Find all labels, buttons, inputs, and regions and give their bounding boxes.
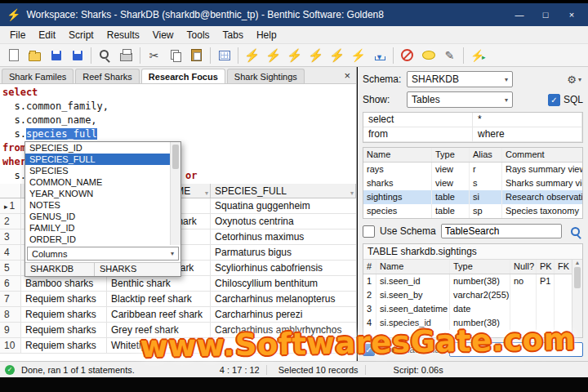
column-header-null-[interactable]: Null? <box>510 260 537 274</box>
cut-button[interactable] <box>144 46 164 65</box>
scroll-thumb[interactable] <box>172 145 179 169</box>
column-row[interactable]: 3si.seen_datetimedate <box>363 302 572 316</box>
paste-button[interactable] <box>186 46 207 65</box>
menu-tabs[interactable]: Tabs <box>216 27 250 43</box>
autocomplete-list: SPECIES_IDSPECIES_FULLSPECIESCOMMON_NAME… <box>25 142 180 245</box>
data-grid-button[interactable] <box>214 46 234 65</box>
tab-shark-sightings[interactable]: Shark Sightings <box>227 69 305 83</box>
autocomplete-category-select[interactable]: Columns ▾ <box>27 247 179 261</box>
run-all-button[interactable] <box>284 46 305 65</box>
run-external-button[interactable] <box>467 46 488 65</box>
schema-select[interactable]: SHARKDB ▾ <box>407 71 513 87</box>
new-script-button[interactable] <box>3 46 24 65</box>
tab-reef-sharks[interactable]: Reef Sharks <box>75 69 140 83</box>
schema-label: Schema: <box>363 74 402 85</box>
table-list-row[interactable]: raysviewrRays summary view <box>363 163 582 176</box>
table-row[interactable]: 6Bamboo sharksBenthic sharkChiloscyllium… <box>0 276 356 292</box>
autocomplete-item[interactable]: SPECIES_FULL <box>25 154 171 165</box>
column-header--[interactable]: # <box>363 260 376 274</box>
run-from-cursor-button[interactable] <box>305 46 326 65</box>
tab-shark-familes[interactable]: Shark Familes <box>2 69 74 83</box>
query-cell[interactable]: select <box>363 113 473 127</box>
menu-tools[interactable]: Tools <box>180 27 216 43</box>
query-cell[interactable]: * <box>473 113 582 127</box>
menu-help[interactable]: Help <box>250 27 283 43</box>
toolbar-divider <box>91 47 91 64</box>
show-select[interactable]: Tables ▾ <box>407 91 513 108</box>
print-button[interactable] <box>116 46 136 65</box>
table-list-row[interactable]: sightingstablesiResearch observation <box>363 190 582 204</box>
save-all-button[interactable] <box>67 46 87 65</box>
minimize-button[interactable]: — <box>506 6 532 24</box>
autocomplete-item[interactable]: SPECIES_ID <box>25 142 171 154</box>
table-list-row[interactable]: sharksviewsSharks summary view <box>363 176 582 190</box>
maximize-button[interactable]: □ <box>532 6 559 24</box>
schema-select-value: SHARKDB <box>412 74 459 85</box>
menu-file[interactable]: File <box>3 27 32 43</box>
table-cell <box>555 288 572 302</box>
find-button[interactable] <box>95 46 115 65</box>
table-cell: Research observation <box>502 190 582 204</box>
table-row[interactable]: 8Requiem sharksCaribbean reef sharkCarch… <box>0 307 356 323</box>
column-header-fk[interactable]: FK <box>555 260 572 274</box>
query-cell[interactable]: from <box>363 127 473 142</box>
column-header-comment[interactable]: Comment <box>502 148 582 162</box>
highlight-button[interactable] <box>418 46 439 65</box>
table-cell: Blacktip reef shark <box>107 292 211 306</box>
save-button[interactable] <box>46 46 66 65</box>
table-search-input[interactable] <box>441 224 562 238</box>
run-statement-button[interactable] <box>242 46 262 65</box>
tab-research-focus[interactable]: Research Focus <box>141 69 225 83</box>
cancel-query-button[interactable] <box>397 46 417 65</box>
open-button[interactable] <box>24 46 45 65</box>
query-cell[interactable]: where <box>473 127 582 142</box>
autocomplete-item[interactable]: GENUS_ID <box>25 211 171 222</box>
settings-button[interactable]: ⚙ ▾ <box>565 74 583 86</box>
menu-results[interactable]: Results <box>100 27 146 43</box>
autocomplete-item[interactable]: FAMILY_ID <box>25 222 171 234</box>
chevron-down-icon: ▾ <box>578 76 581 83</box>
run-cancel-button[interactable] <box>348 46 368 65</box>
menu-edit[interactable]: Edit <box>32 27 62 43</box>
autocomplete-popup: SPECIES_IDSPECIES_FULLSPECIESCOMMON_NAME… <box>24 141 181 277</box>
export-results-button[interactable] <box>369 46 390 65</box>
sql-checkbox[interactable] <box>548 94 560 106</box>
run-script-button[interactable] <box>263 46 283 65</box>
table-search-button[interactable] <box>567 223 583 239</box>
table-cell: Caribbean reef shark <box>107 307 211 322</box>
column-header-pk[interactable]: PK <box>537 260 555 274</box>
autocomplete-item[interactable]: NOTES <box>25 199 171 211</box>
status-ok-icon <box>5 365 15 375</box>
current-row-icon: ▸ <box>4 203 8 211</box>
menu-view[interactable]: View <box>146 27 180 43</box>
table-cell: Requiem sharks <box>21 338 107 353</box>
scroll-up-icon[interactable]: ▲ <box>575 260 581 265</box>
column-row[interactable]: 1si.seen_idnumber(38)noP1 <box>363 274 572 288</box>
autocomplete-item[interactable]: YEAR_KNOWN <box>25 188 171 199</box>
column-header-name[interactable]: Name <box>363 148 432 162</box>
run-selection-button[interactable] <box>327 46 347 65</box>
close-button[interactable]: × <box>559 6 585 24</box>
column-header-species-full[interactable]: SPECIES_FULL▾ <box>211 184 356 198</box>
scroll-thumb[interactable] <box>574 267 581 288</box>
table-list-row[interactable]: speciestablespSpecies taxonomy <box>363 204 582 218</box>
column-header-alias[interactable]: Alias <box>470 148 502 162</box>
object-browser: Schema: SHARKDB ▾ ⚙ ▾ Show: Tables ▾ SQL… <box>358 67 588 361</box>
column-header-type[interactable]: Type <box>450 260 510 274</box>
tab-close-icon[interactable]: × <box>344 69 350 82</box>
column-row[interactable]: 2si.seen_byvarchar2(255) <box>363 288 572 302</box>
copy-button[interactable] <box>165 46 185 65</box>
menu-script[interactable]: Script <box>62 27 100 43</box>
column-header-name[interactable]: Name <box>376 260 450 274</box>
column-header-type[interactable]: Type <box>432 148 470 162</box>
autocomplete-scrollbar[interactable] <box>170 142 180 245</box>
row-number-header <box>0 184 21 198</box>
autocomplete-item[interactable]: SPECIES <box>25 165 171 176</box>
table-row[interactable]: 7Requiem sharksBlacktip reef sharkCarcha… <box>0 292 356 307</box>
gear-icon: ⚙ <box>567 74 577 86</box>
autocomplete-item[interactable]: ORDER_ID <box>25 234 171 245</box>
edit-describe-button[interactable] <box>439 46 460 65</box>
autocomplete-item[interactable]: COMMON_NAME <box>25 176 171 188</box>
status-script-time: Script: 0.06s <box>394 365 443 375</box>
use-schema-checkbox[interactable] <box>363 225 375 238</box>
